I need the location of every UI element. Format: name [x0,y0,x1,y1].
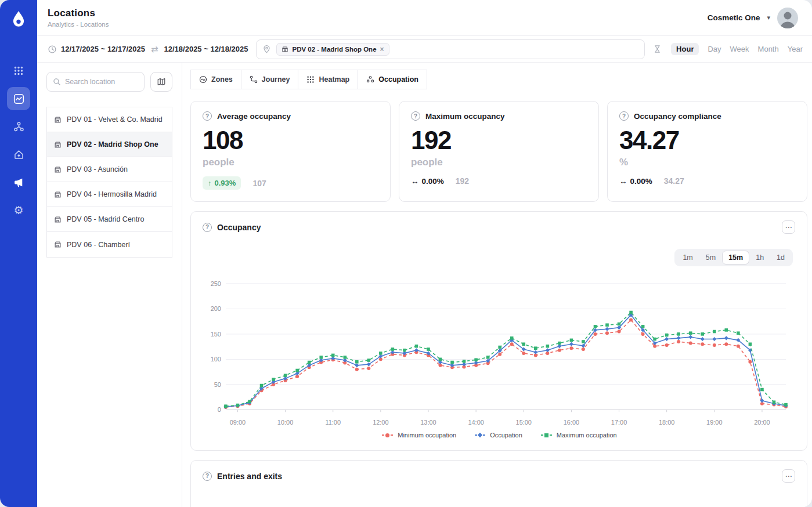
tab-zones[interactable]: Zones [190,70,241,89]
svg-text:250: 250 [211,280,221,287]
nav-segments-button[interactable] [7,115,30,138]
svg-text:20:00: 20:00 [754,419,770,426]
interval-selector: 1m 5m 15m 1h 1d [674,249,793,266]
stat-value: 34.27 [619,128,795,153]
compare-arrows-icon[interactable]: ⇄ [151,44,158,55]
svg-text:50: 50 [214,381,221,388]
sidebar-nav: ⚙ [0,0,37,507]
granularity-selector: Hour Day Week Month Year [671,43,803,55]
delta-value: 0.00% [630,177,652,186]
entries-exits-card: ? Entries and exits ⋯ [190,460,807,507]
legend-label: Maximum occupation [557,432,617,439]
stat-title: Occupancy compliance [634,112,721,121]
nav-settings-button[interactable]: ⚙ [7,198,30,222]
interval-1d[interactable]: 1d [770,251,791,265]
location-filter-field[interactable]: PDV 02 - Madrid Shop One × [256,39,645,59]
legend-item[interactable]: Minimum occupation [381,432,456,439]
interval-5m[interactable]: 5m [699,251,722,265]
stat-card-maximum-occupancy: ? Maximum occupancy 192 people ↔ 0.00% 1… [399,101,599,202]
location-label: PDV 03 - Asunción [67,165,128,173]
interval-1h[interactable]: 1h [749,251,770,265]
delta-value: 0.00% [422,177,444,186]
account-name[interactable]: Cosmetic One [708,13,760,22]
interval-1m[interactable]: 1m [676,251,699,265]
help-icon[interactable]: ? [619,111,629,121]
filter-bar: 12/17/2025 ~ 12/17/2025 ⇄ 12/18/2025 ~ 1… [37,36,812,63]
location-label: PDV 02 - Madrid Shop One [67,140,158,149]
nav-apps-button[interactable] [7,59,30,82]
location-search[interactable] [46,72,145,92]
legend-item[interactable]: Occupation [474,432,522,439]
location-row[interactable]: PDV 06 - Chamberí [47,232,172,257]
map-view-button[interactable] [150,72,172,92]
stat-card-average-occupancy: ? Average occupancy 108 people ↑ 0.93% 1… [190,101,391,202]
stat-card-occupancy-compliance: ? Occupancy compliance 34.27 % ↔ 0.00% 3… [607,101,807,202]
delta-badge: ↔ 0.00% [619,177,652,186]
location-row-selected[interactable]: PDV 02 - Madrid Shop One [47,132,172,157]
delta-badge: ↑ 0.93% [203,176,241,190]
previous-value: 34.27 [664,176,684,186]
svg-text:15:00: 15:00 [516,419,532,426]
caret-down-icon[interactable]: ▾ [767,14,770,21]
map-icon [157,77,166,86]
location-row[interactable]: PDV 01 - Velvet & Co. Madrid [47,107,172,132]
help-icon[interactable]: ? [203,111,212,121]
location-row[interactable]: PDV 03 - Asunción [47,157,172,182]
legend-item[interactable]: Maximum occupation [540,432,617,439]
svg-text:17:00: 17:00 [611,419,627,426]
granularity-year[interactable]: Year [788,45,803,53]
card-menu-button[interactable]: ⋯ [782,469,795,483]
store-icon [54,241,62,248]
store-icon [54,166,62,173]
home-icon [13,149,24,160]
interval-15m[interactable]: 15m [722,251,749,265]
svg-text:0: 0 [218,406,221,413]
svg-text:150: 150 [211,331,221,338]
megaphone-icon [13,177,24,188]
user-avatar[interactable] [777,8,798,28]
app-window: ⚙ Locations Analytics - Locations Cosmet… [0,0,812,507]
location-label: PDV 05 - Madrid Centro [67,215,144,223]
location-row[interactable]: PDV 04 - Hermosilla Madrid [47,182,172,207]
tab-label: Heatmap [319,75,349,84]
card-menu-button[interactable]: ⋯ [782,220,795,234]
granularity-day[interactable]: Day [708,45,721,53]
help-icon[interactable]: ? [203,223,212,232]
date-range[interactable]: 12/17/2025 ~ 12/17/2025 [61,45,145,53]
location-label: PDV 06 - Chamberí [67,241,130,249]
occupancy-line-chart: 05010015020025009:0010:0011:0012:0013:00… [204,276,794,429]
apps-grid-icon [13,66,24,76]
granularity-month[interactable]: Month [758,45,779,53]
help-icon[interactable]: ? [411,111,420,121]
nav-analytics-button[interactable] [7,87,30,110]
location-row[interactable]: PDV 05 - Madrid Centro [47,207,172,232]
hourglass-icon [653,45,662,53]
help-icon[interactable]: ? [203,472,212,481]
location-label: PDV 01 - Velvet & Co. Madrid [67,115,163,124]
search-input[interactable] [65,78,138,86]
nav-campaigns-button[interactable] [7,171,30,194]
view-tabs: Zones Journey [190,70,807,89]
granularity-week[interactable]: Week [730,45,749,53]
stat-unit: people [411,157,587,168]
stat-value: 192 [411,128,587,153]
zones-icon [199,75,207,84]
occupancy-chart[interactable]: 05010015020025009:0010:0011:0012:0013:00… [203,276,795,429]
legend-marker-square-icon [540,433,553,437]
tab-heatmap[interactable]: Heatmap [298,70,358,89]
previous-value: 192 [456,176,469,186]
app-logo[interactable] [9,9,28,29]
location-list: PDV 01 - Velvet & Co. Madrid PDV 02 - Ma… [46,107,172,258]
compare-date-range[interactable]: 12/18/2025 ~ 12/18/2025 [164,45,248,53]
granularity-hour[interactable]: Hour [671,43,699,55]
chip-close-icon[interactable]: × [380,45,384,53]
previous-value: 107 [252,179,266,188]
nav-home-button[interactable] [7,143,30,166]
tab-journey[interactable]: Journey [241,70,299,89]
tab-label: Journey [262,75,290,84]
location-label: PDV 04 - Hermosilla Madrid [67,190,157,198]
tab-label: Occupation [378,75,418,84]
tab-occupation[interactable]: Occupation [358,70,427,89]
svg-text:19:00: 19:00 [706,419,722,426]
location-chip[interactable]: PDV 02 - Madrid Shop One × [276,43,389,56]
